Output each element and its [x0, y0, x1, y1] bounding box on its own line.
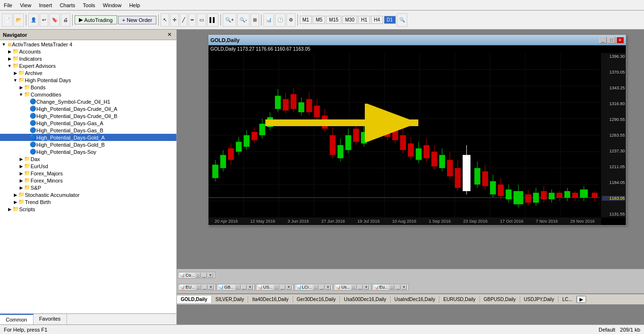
- tree-dax[interactable]: ▶ 📁 Dax: [0, 155, 176, 162]
- tree-expert-advisors[interactable]: ▼ 📁 Expert Advisors: [0, 62, 176, 69]
- mini-tab-eu2[interactable]: 📊 Eu... □ _ ✕: [372, 284, 409, 291]
- tree-sp[interactable]: ▶ 📁 S&P: [0, 184, 176, 191]
- menu-file[interactable]: File: [0, 1, 16, 9]
- tf-d1[interactable]: D1: [384, 16, 396, 24]
- bar-chart-tool[interactable]: ▌▌: [207, 13, 218, 27]
- mini-tab-eu[interactable]: 📊 EU... □ _ ✕: [178, 284, 216, 291]
- dax-expand[interactable]: ▶: [18, 157, 24, 162]
- tree-hpd-gas-a[interactable]: 🔵 High_Potential_Days-Gas_A: [0, 119, 176, 127]
- chart-tab-ger30[interactable]: Ger30Dec16,Daily: [293, 296, 340, 303]
- mini-tab-co[interactable]: 📊 Co... □ _ ✕: [178, 272, 215, 279]
- arrow-tool[interactable]: ↖: [161, 13, 169, 27]
- eurusd-expand[interactable]: ▶: [18, 164, 24, 169]
- nav-tab-favorites[interactable]: Favorites: [33, 314, 67, 324]
- tree-hpd-gas-b[interactable]: 🔵 High_Potential_Days-Gas_B: [0, 127, 176, 134]
- mini-tab-co-min[interactable]: _: [201, 273, 207, 278]
- expand-icon[interactable]: ▼: [1, 42, 7, 47]
- tree-bonds[interactable]: ▶ 📁 Bonds: [0, 84, 176, 91]
- chart-restore-button[interactable]: □: [608, 37, 615, 43]
- autotrading-button[interactable]: ▶ AutoTrading: [75, 15, 117, 24]
- tf-m5[interactable]: M5: [313, 16, 325, 24]
- chart-tab-gbpusd[interactable]: GBPUSD,Daily: [480, 296, 520, 303]
- mini-tab-eu2-min[interactable]: _: [395, 285, 401, 290]
- chart-tab-usa500[interactable]: Usa500Dec16,Daily: [340, 296, 390, 303]
- accounts-expand[interactable]: ▶: [7, 49, 12, 54]
- mini-tab-us2-min[interactable]: _: [357, 285, 363, 290]
- archive-expand[interactable]: ▶: [12, 71, 18, 75]
- tree-change-symbol[interactable]: 🔵 Change_Symbol-Crude_Oil_H1: [0, 98, 176, 105]
- tree-eurusd[interactable]: ▶ 📁 EurUsd: [0, 162, 176, 170]
- tf-h1[interactable]: H1: [358, 16, 370, 24]
- chart-tab-usdjpy[interactable]: USDJPY,Daily: [520, 296, 558, 303]
- chart-tab-ita40[interactable]: Ita40Dec16,Daily: [248, 296, 293, 303]
- commodities-expand[interactable]: ▼: [18, 92, 24, 97]
- mini-tab-lcr-min[interactable]: _: [319, 285, 325, 290]
- menu-charts[interactable]: Charts: [56, 1, 79, 9]
- menu-insert[interactable]: Insert: [35, 1, 56, 9]
- menu-view[interactable]: View: [16, 1, 35, 9]
- mini-tab-lcr-restore[interactable]: □: [313, 285, 318, 290]
- menu-tools[interactable]: Tools: [79, 1, 99, 9]
- tree-forex-majors[interactable]: ▶ 📁 Forex_Majors: [0, 170, 176, 177]
- mini-tab-co-close[interactable]: ✕: [207, 273, 213, 278]
- forex-majors-expand[interactable]: ▶: [18, 171, 24, 176]
- print-button[interactable]: 🖨: [61, 13, 70, 27]
- stochastic-expand[interactable]: ▶: [12, 193, 18, 197]
- mini-tab-gb-close[interactable]: ✕: [247, 285, 253, 290]
- chart-tab-usaind[interactable]: UsaIndDec16,Daily: [391, 296, 440, 303]
- search-button[interactable]: 🔍: [397, 13, 407, 27]
- tree-trend-birth[interactable]: ▶ 📁 Trend Birth: [0, 198, 176, 205]
- chart-body[interactable]: GOLD,Daily 1173.27 1176.66 1160.67 1163.…: [208, 45, 626, 225]
- mini-tab-co-restore[interactable]: □: [195, 273, 201, 278]
- mini-tab-us-min[interactable]: _: [280, 285, 285, 290]
- hline-tool[interactable]: ━: [188, 13, 196, 27]
- navigator-close-button[interactable]: ✕: [165, 32, 174, 38]
- crosshair-tool[interactable]: ✛: [170, 13, 179, 27]
- indicators-expand[interactable]: ▶: [7, 56, 12, 61]
- forex-minors-expand[interactable]: ▶: [18, 178, 24, 183]
- chart-tab-eurusd[interactable]: EURUSD,Daily: [439, 296, 480, 303]
- ea-expand[interactable]: ▼: [7, 64, 12, 68]
- chart-tabs-next[interactable]: ▶: [577, 296, 586, 303]
- tf-m30[interactable]: M30: [342, 16, 357, 24]
- profiles-button[interactable]: 👤: [28, 13, 39, 27]
- chart-tab-lc[interactable]: LC...: [558, 296, 577, 303]
- trend-birth-expand[interactable]: ▶: [12, 200, 18, 205]
- chart-close-button[interactable]: ✕: [616, 37, 624, 43]
- mini-tab-us2[interactable]: 📊 Us... □ _ ✕: [334, 284, 371, 291]
- mini-tab-eu-close[interactable]: ✕: [208, 285, 214, 290]
- tree-hpd-crude-a[interactable]: 🔵 High_Potential_Days-Crude_Oil_A: [0, 105, 176, 112]
- mini-tab-lcr-close[interactable]: ✕: [325, 285, 331, 290]
- tree-forex-minors[interactable]: ▶ 📁 Forex_Minors: [0, 177, 176, 184]
- menu-window[interactable]: Window: [99, 1, 125, 9]
- tree-archive[interactable]: ▶ 📁 Archive: [0, 69, 176, 76]
- mini-tab-gb-min[interactable]: _: [241, 285, 247, 290]
- tree-stochastic[interactable]: ▶ 📁 Stochastic Accumulator: [0, 191, 176, 198]
- mini-tab-eu-min[interactable]: _: [202, 285, 207, 290]
- grid-button[interactable]: ⊞: [251, 13, 259, 27]
- tree-accounts[interactable]: ▶ 📁 Accounts: [0, 48, 176, 55]
- mini-tab-us2-restore[interactable]: □: [351, 285, 357, 290]
- mini-tab-gb[interactable]: 📊 GB... □ _ ✕: [217, 284, 255, 291]
- clock-button[interactable]: 🕐: [275, 13, 285, 27]
- menu-help[interactable]: Help: [125, 1, 144, 9]
- tree-commodities[interactable]: ▼ 📁 Commodities: [0, 91, 176, 98]
- bonds-expand[interactable]: ▶: [18, 85, 24, 90]
- zoom-out-button[interactable]: 🔍-: [237, 13, 249, 27]
- chart-minimize-button[interactable]: _: [599, 37, 607, 43]
- new-chart-button[interactable]: 📄: [2, 13, 12, 27]
- line-tool[interactable]: ╱: [180, 13, 187, 27]
- tree-hpd-gold-a[interactable]: 🔵 High_Potential_Days-Gold_A: [0, 134, 176, 141]
- hpd-expand[interactable]: ▼: [12, 78, 18, 83]
- sp-expand[interactable]: ▶: [18, 185, 24, 190]
- mini-tab-us2-close[interactable]: ✕: [363, 285, 369, 290]
- mini-tab-us-close[interactable]: ✕: [286, 285, 292, 290]
- tree-root[interactable]: ▼ 🖥 ActivTrades MetaTrader 4: [0, 41, 176, 48]
- tree-hpd-soy[interactable]: 🔵 High_Potential_Days-Soy: [0, 148, 176, 155]
- tree-scripts[interactable]: ▶ 📁 Scripts: [0, 205, 176, 213]
- scripts-expand[interactable]: ▶: [7, 207, 12, 212]
- chart-tab-silver[interactable]: SILVER,Daily: [212, 296, 249, 303]
- tf-m15[interactable]: M15: [326, 16, 341, 24]
- neworder-button[interactable]: + New Order: [118, 16, 157, 24]
- zoom-in-button[interactable]: 🔍+: [223, 13, 236, 27]
